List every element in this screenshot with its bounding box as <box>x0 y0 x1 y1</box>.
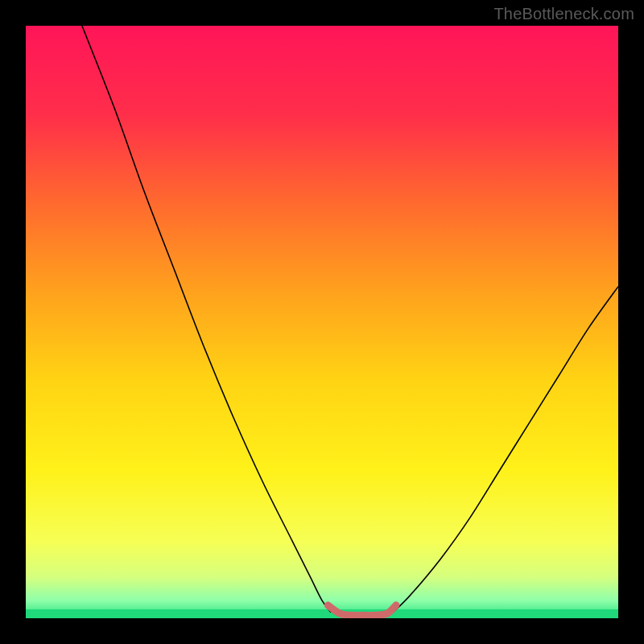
gradient-background <box>26 26 618 618</box>
plot-area <box>26 26 618 618</box>
watermark-text: TheBottleneck.com <box>493 5 634 23</box>
chart-frame: TheBottleneck.com <box>0 0 644 644</box>
chart-svg <box>26 26 618 618</box>
green-baseline-strip <box>26 609 618 618</box>
